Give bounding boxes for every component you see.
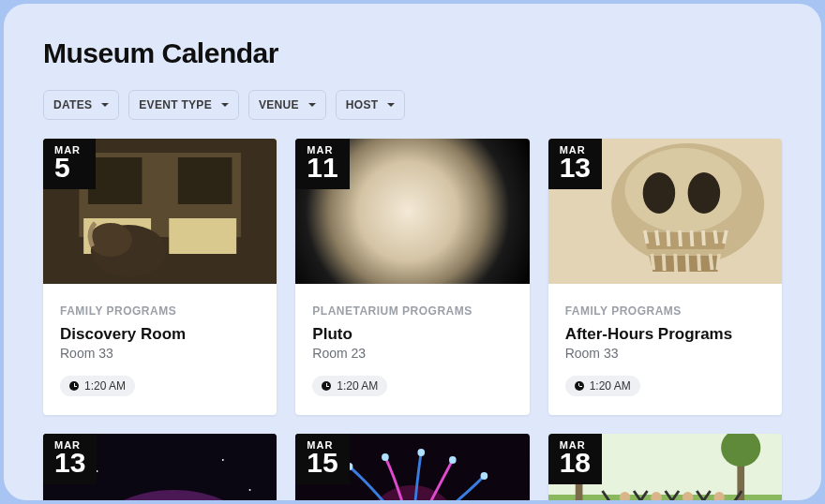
filter-label: VENUE	[259, 98, 299, 111]
filter-host[interactable]: HOST	[336, 90, 406, 120]
clock-icon	[575, 381, 584, 391]
svg-point-11	[642, 172, 675, 214]
event-image: MAR 13	[548, 139, 782, 284]
chevron-down-icon	[308, 103, 316, 107]
svg-point-26	[382, 453, 389, 461]
event-image: MAR 11	[295, 139, 529, 284]
svg-rect-33	[548, 495, 782, 500]
filter-label: EVENT TYPE	[139, 98, 212, 111]
filters-row: DATES EVENT TYPE VENUE HOST	[43, 90, 782, 120]
filter-label: DATES	[53, 98, 92, 111]
event-time: 1:20 AM	[337, 379, 378, 393]
svg-point-12	[687, 172, 720, 214]
date-day: 5	[54, 154, 84, 182]
event-image: MAR 18	[548, 434, 782, 500]
event-card[interactable]: MAR 5 FAMILY PROGRAMS Discovery Room Roo…	[43, 139, 277, 415]
event-category: FAMILY PROGRAMS	[60, 304, 260, 318]
events-grid: MAR 5 FAMILY PROGRAMS Discovery Room Roo…	[43, 139, 782, 500]
date-badge: MAR 15	[295, 434, 349, 484]
date-day: 15	[307, 449, 338, 477]
event-body: FAMILY PROGRAMS Discovery Room Room 33 1…	[43, 284, 277, 415]
filter-dates[interactable]: DATES	[43, 90, 119, 120]
date-badge: MAR 5	[43, 139, 96, 189]
date-badge: MAR 13	[548, 139, 602, 189]
event-time-pill: 1:20 AM	[565, 376, 640, 396]
date-badge: MAR 13	[43, 434, 97, 484]
svg-point-7	[89, 223, 132, 257]
event-card[interactable]: MAR 18	[548, 434, 782, 500]
chevron-down-icon	[101, 103, 109, 107]
event-card[interactable]: MAR 13	[43, 434, 277, 500]
chevron-down-icon	[387, 103, 395, 107]
event-room: Room 33	[565, 346, 765, 361]
filter-label: HOST	[346, 98, 379, 111]
event-image: MAR 5	[43, 139, 277, 284]
event-title: After-Hours Programs	[565, 325, 765, 344]
svg-rect-5	[169, 218, 236, 254]
event-time: 1:20 AM	[590, 379, 631, 393]
event-image: MAR 13	[43, 434, 277, 500]
page-title: Museum Calendar	[43, 37, 782, 69]
event-body: PLANETARIUM PROGRAMS Pluto Room 23 1:20 …	[295, 284, 529, 415]
date-badge: MAR 18	[548, 434, 602, 484]
clock-icon	[69, 381, 79, 391]
svg-point-15	[222, 459, 224, 461]
event-card[interactable]: MAR 13 FAMILY PROGRAMS After-Hours Progr…	[548, 139, 782, 415]
svg-point-27	[418, 449, 426, 456]
svg-point-10	[624, 148, 742, 232]
date-day: 13	[54, 449, 85, 477]
date-day: 11	[307, 154, 338, 182]
event-title: Discovery Room	[60, 325, 260, 344]
date-day: 18	[560, 449, 591, 477]
event-image: MAR 15	[295, 434, 529, 500]
page-container: Museum Calendar DATES EVENT TYPE VENUE H…	[4, 4, 821, 500]
filter-venue[interactable]: VENUE	[248, 90, 326, 120]
event-card[interactable]: MAR 11 PLANETARIUM PROGRAMS Pluto Room 2…	[295, 139, 529, 415]
event-title: Pluto	[312, 325, 512, 344]
date-badge: MAR 11	[295, 139, 349, 189]
event-category: PLANETARIUM PROGRAMS	[312, 304, 512, 318]
date-day: 13	[560, 154, 591, 182]
svg-rect-3	[178, 157, 232, 204]
clock-icon	[322, 381, 331, 391]
chevron-down-icon	[221, 103, 229, 107]
filter-event-type[interactable]: EVENT TYPE	[128, 90, 239, 120]
event-time-pill: 1:20 AM	[312, 376, 387, 396]
event-room: Room 33	[60, 346, 260, 361]
event-card[interactable]: MAR 15	[295, 434, 529, 500]
event-time-pill: 1:20 AM	[60, 376, 135, 396]
event-time: 1:20 AM	[84, 379, 126, 393]
svg-point-28	[449, 456, 457, 464]
svg-point-29	[481, 472, 488, 480]
svg-rect-2	[88, 157, 142, 204]
svg-point-16	[249, 489, 251, 491]
event-body: FAMILY PROGRAMS After-Hours Programs Roo…	[548, 284, 782, 415]
event-category: FAMILY PROGRAMS	[565, 304, 765, 318]
event-room: Room 23	[312, 346, 512, 361]
